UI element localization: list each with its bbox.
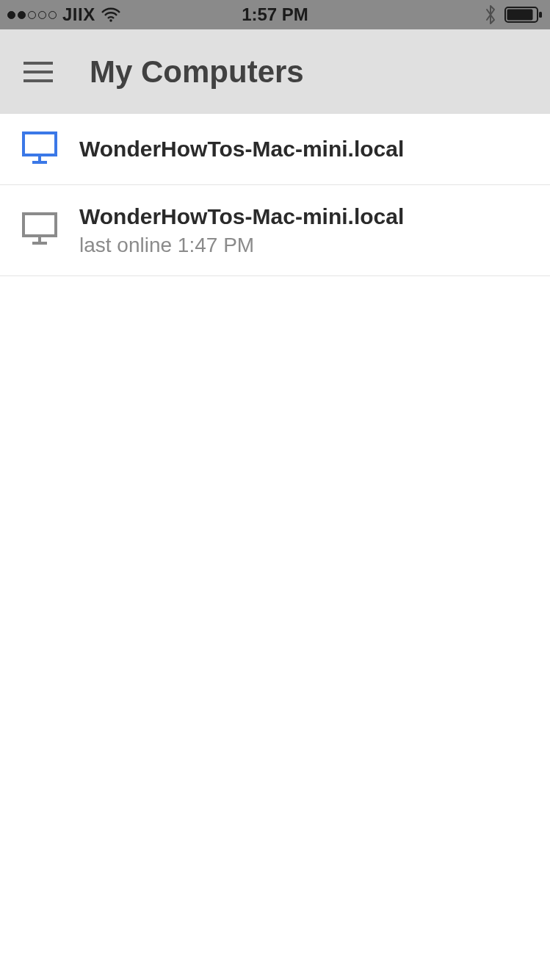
svg-rect-2 [507, 10, 533, 21]
computer-row-text: WonderHowTos-Mac-mini.local [79, 135, 404, 163]
monitor-icon [22, 131, 57, 167]
computer-name: WonderHowTos-Mac-mini.local [79, 135, 404, 163]
menu-icon[interactable] [23, 62, 53, 82]
app-header: My Computers [0, 29, 550, 114]
monitor-icon [22, 212, 57, 248]
wifi-icon [101, 7, 120, 22]
svg-point-0 [109, 19, 112, 22]
bluetooth-icon [484, 4, 497, 26]
status-right [484, 4, 543, 26]
computer-list: WonderHowTos-Mac-mini.local WonderHowTos… [0, 114, 550, 276]
computer-row-offline[interactable]: WonderHowTos-Mac-mini.local last online … [0, 185, 550, 276]
battery-icon [504, 6, 543, 24]
status-time: 1:57 PM [242, 4, 308, 25]
computer-row-online[interactable]: WonderHowTos-Mac-mini.local [0, 114, 550, 185]
svg-rect-7 [23, 214, 56, 236]
status-bar: JIIX 1:57 PM [0, 0, 550, 29]
computer-row-text: WonderHowTos-Mac-mini.local last online … [79, 203, 404, 258]
page-title: My Computers [90, 54, 304, 90]
computer-name: WonderHowTos-Mac-mini.local [79, 203, 404, 231]
carrier-label: JIIX [62, 4, 95, 25]
computer-status: last online 1:47 PM [79, 232, 404, 258]
svg-rect-3 [539, 12, 542, 18]
signal-strength-icon [7, 11, 57, 19]
svg-rect-4 [23, 133, 56, 155]
status-left: JIIX [7, 4, 120, 25]
